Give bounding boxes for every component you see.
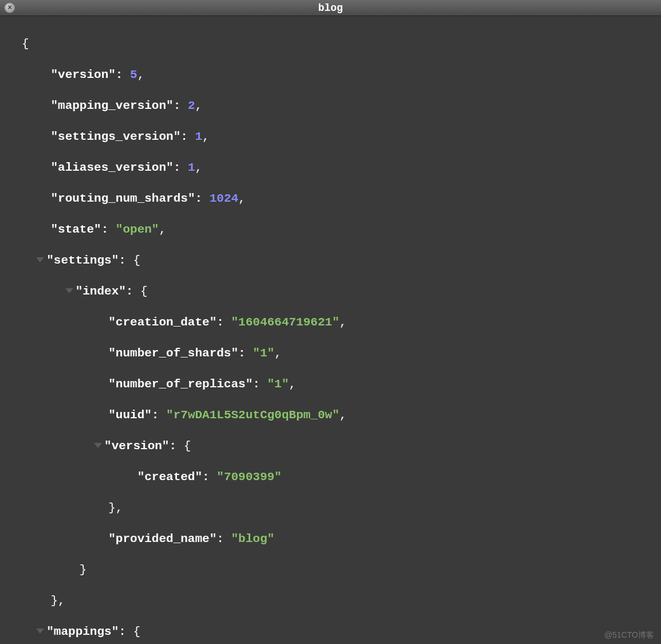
brace-close-index: }: [22, 562, 661, 578]
chevron-down-icon[interactable]: [65, 288, 73, 293]
kv-aliases-version: "aliases_version": 1,: [22, 160, 661, 175]
watermark: @51CTO博客: [604, 630, 654, 641]
kv-uuid: "uuid": "r7wDA1L5S2utCg0qBpm_0w",: [22, 407, 661, 423]
brace-close-version: },: [22, 500, 661, 516]
kv-settings: "settings": {: [22, 253, 661, 268]
kv-number-of-replicas: "number_of_replicas": "1",: [22, 376, 661, 392]
json-viewer: { "version": 5, "mapping_version": 2, "s…: [0, 16, 661, 644]
chevron-down-icon[interactable]: [36, 629, 44, 634]
chevron-down-icon[interactable]: [94, 443, 102, 448]
kv-routing-num-shards: "routing_num_shards": 1024,: [22, 191, 661, 206]
kv-creation-date: "creation_date": "1604664719621",: [22, 315, 661, 330]
kv-provided-name: "provided_name": "blog": [22, 531, 661, 547]
window-title: blog: [0, 2, 661, 14]
kv-mappings: "mappings": {: [22, 624, 661, 639]
kv-version: "version": 5,: [22, 67, 661, 83]
kv-version-obj: "version": {: [22, 438, 661, 454]
kv-number-of-shards: "number_of_shards": "1",: [22, 345, 661, 361]
title-bar: × blog: [0, 0, 661, 16]
kv-mapping-version: "mapping_version": 2,: [22, 98, 661, 113]
close-icon[interactable]: ×: [5, 3, 15, 13]
kv-created: "created": "7090399": [22, 469, 661, 485]
kv-index: "index": {: [22, 284, 661, 299]
kv-settings-version: "settings_version": 1,: [22, 129, 661, 144]
brace-close-settings: },: [22, 593, 661, 608]
kv-state: "state": "open",: [22, 222, 661, 237]
chevron-down-icon[interactable]: [36, 257, 44, 262]
brace-open: {: [22, 36, 661, 52]
